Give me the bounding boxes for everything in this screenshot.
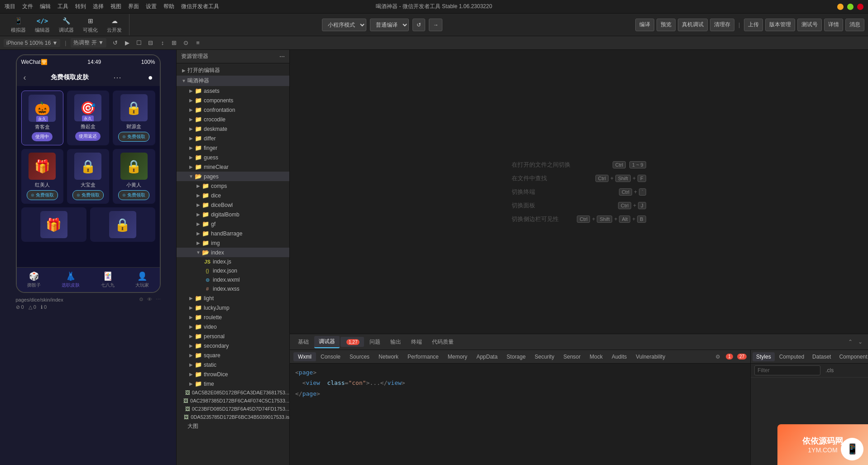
details-btn[interactable]: 详情 — [824, 19, 843, 31]
tree-item-dice[interactable]: ▶ 📁 dice — [177, 191, 289, 200]
skin-item-5[interactable]: 🔒 大宝盒 ⊙ 免费领取 — [67, 149, 109, 204]
inner-tab-storage[interactable]: Storage — [502, 352, 530, 361]
mode-select[interactable]: 小程序模式 — [322, 19, 366, 31]
tree-item-index-wxml[interactable]: ⊜ index.wxml — [177, 275, 289, 284]
inner-tab-security[interactable]: Security — [530, 352, 559, 361]
tree-item-crocodile[interactable]: ▶ 📁 crocodile — [177, 115, 289, 124]
inner-tab-wxml[interactable]: Wxml — [293, 352, 316, 361]
inner-tab-console[interactable]: Console — [316, 352, 345, 361]
skin-item-3[interactable]: 🔒 财源盒 ⊙ 免费领取 — [113, 91, 155, 145]
skin-item-8[interactable]: 🔒 — [90, 207, 155, 242]
visualize-btn[interactable]: ⊞ 可视化 — [79, 14, 101, 35]
tree-item-personal[interactable]: ▶ 📁 personal — [177, 331, 289, 341]
inner-tab-performance[interactable]: Performance — [403, 352, 443, 361]
scene-selector[interactable]: 热调整 开 ▼ — [71, 38, 106, 48]
tree-item-dicebowl[interactable]: ▶ 📁 diceBowl — [177, 200, 289, 210]
menu-icon[interactable]: ≡ — [193, 38, 202, 48]
device-selector[interactable]: iPhone 5 100% 16 ▼ — [4, 39, 60, 47]
tree-item-roulette[interactable]: ▶ 📁 roulette — [177, 312, 289, 322]
window-close[interactable] — [857, 4, 863, 10]
tab-debugger[interactable]: 调试器 — [314, 336, 340, 348]
skin-item-6[interactable]: 🔒 小黄人 ⊙ 免费领取 — [113, 149, 155, 204]
skin-item-1[interactable]: 🎃 永久 青客盒 使用中 — [21, 91, 63, 145]
tree-item-bigimage[interactable]: 大图 — [177, 421, 289, 431]
tree-item-img-2[interactable]: 🖼 0AC2987385D172BF6CA4F074C5C17533... — [177, 397, 289, 405]
tree-item-light[interactable]: ▶ 📁 light — [177, 293, 289, 303]
skin-btn-2[interactable]: 使用返还 — [75, 132, 101, 141]
section-open-editors[interactable]: ▶ 打开的编辑器 — [177, 65, 289, 76]
file-tree-more-icon[interactable]: ⋯ — [279, 53, 285, 60]
tree-item-components[interactable]: ▶ 📁 components — [177, 96, 289, 105]
style-tab-component-data[interactable]: Component Data — [835, 352, 868, 361]
settings-icon[interactable]: ⚙ — [714, 353, 722, 361]
tree-item-square[interactable]: ▶ 📁 square — [177, 350, 289, 360]
style-tab-dataset[interactable]: Dataset — [809, 352, 834, 361]
section-root[interactable]: ▼ 喝酒神器 — [177, 76, 289, 86]
inner-tab-memory[interactable]: Memory — [443, 352, 472, 361]
tree-item-index[interactable]: ▼ 📂 index — [177, 248, 289, 257]
tree-item-gf[interactable]: ▶ 📁 gf — [177, 219, 289, 229]
messages-btn[interactable]: 消息 — [845, 19, 864, 31]
options-icon[interactable]: ⋯ — [113, 72, 121, 82]
skin-item-4[interactable]: 🎁 红美人 ⊙ 免费领取 — [21, 149, 63, 204]
menu-item-interface[interactable]: 界面 — [128, 3, 139, 10]
style-tab-computed[interactable]: Computed — [776, 352, 808, 361]
tree-item-handbarrage[interactable]: ▶ 📁 handBarrage — [177, 229, 289, 238]
inner-tab-vulnerability[interactable]: Vulnerability — [631, 352, 670, 361]
devtools-collapse-icon[interactable]: ⌃ — [846, 338, 854, 346]
tree-item-comps[interactable]: ▶ 📁 comps — [177, 181, 289, 191]
test-num-btn[interactable]: 测试号 — [797, 19, 822, 31]
reload-icon[interactable]: ↺ — [111, 38, 120, 48]
orientation-icon[interactable]: ↕ — [158, 38, 167, 48]
inner-tab-network[interactable]: Network — [374, 352, 403, 361]
styles-filter-input[interactable] — [754, 365, 820, 375]
skin-btn-1[interactable]: 使用中 — [32, 132, 53, 141]
skin-item-7[interactable]: 🎁 — [21, 207, 86, 242]
skin-btn-6[interactable]: ⊙ 免费领取 — [118, 190, 149, 200]
devtools-expand-icon[interactable]: ⌄ — [856, 338, 864, 346]
menu-item-goto[interactable]: 转到 — [75, 3, 86, 10]
menu-bar[interactable]: 项目 文件 编辑 工具 转到 选择 视图 界面 设置 帮助 微信开发者工具 — [5, 3, 219, 10]
inner-tab-appdata[interactable]: AppData — [472, 352, 502, 361]
tab-terminal[interactable]: 终端 — [407, 336, 427, 348]
tree-item-throwdice[interactable]: ▶ 📁 throwDice — [177, 369, 289, 379]
tree-item-index-json[interactable]: {} index.json — [177, 266, 289, 275]
menu-item-edit[interactable]: 编辑 — [40, 3, 51, 10]
skin-btn-3[interactable]: ⊙ 免费领取 — [118, 132, 149, 142]
play-icon[interactable]: ▶ — [123, 38, 132, 48]
tab-basic[interactable]: 基础 — [293, 336, 313, 348]
skin-item-2[interactable]: 🎯 永久 撸起盒 使用返还 — [67, 91, 109, 145]
tree-item-static[interactable]: ▶ 📁 static — [177, 360, 289, 369]
screenshot-icon[interactable]: ⊟ — [146, 38, 155, 48]
inner-tab-sources[interactable]: Sources — [345, 352, 374, 361]
tree-item-index-js[interactable]: JS index.js — [177, 257, 289, 266]
cloud-btn[interactable]: ☁ 云开发 — [103, 14, 125, 35]
back-icon[interactable]: ‹ — [24, 73, 26, 82]
simulator-btn[interactable]: 📱 模拟器 — [7, 14, 29, 35]
window-maximize[interactable] — [847, 4, 854, 10]
tab-output[interactable]: 输出 — [386, 336, 406, 348]
breadcrumb-eye-icon[interactable]: 👁 — [147, 297, 152, 302]
inner-tab-audits[interactable]: Audits — [607, 352, 631, 361]
compile-btn[interactable]: 编译 — [635, 19, 654, 31]
nav-item-789[interactable]: 🃏 七八九 — [101, 271, 115, 288]
upload-btn[interactable]: 上传 — [744, 19, 763, 31]
device-frame-icon[interactable]: ☐ — [134, 38, 144, 48]
nav-item-skin[interactable]: 👗 选职皮肤 — [62, 271, 80, 288]
tree-item-time[interactable]: ▶ 📁 time — [177, 379, 289, 388]
grid-icon[interactable]: ⊞ — [170, 38, 179, 48]
tree-item-deskmate[interactable]: ▶ 📁 deskmate — [177, 124, 289, 134]
file-tree-body[interactable]: ▶ 打开的编辑器 ▼ 喝酒神器 ▶ 📁 assets ▶ 📁 compo — [177, 63, 289, 465]
tree-item-guess[interactable]: ▶ 📁 guess — [177, 153, 289, 162]
clean-cache-btn[interactable]: 清理存 — [710, 19, 734, 31]
window-controls[interactable] — [837, 4, 863, 10]
compile-select[interactable]: 普通编译 — [370, 19, 409, 31]
tree-item-img-1[interactable]: 🖼 0AC5B2E085D172BF6CA3DAE73681753... — [177, 388, 289, 397]
tree-item-mineclear[interactable]: ▶ 📁 mineClear — [177, 162, 289, 172]
tab-quality[interactable]: 代码质量 — [427, 336, 458, 348]
skin-btn-5[interactable]: ⊙ 免费领取 — [72, 190, 104, 200]
menu-item-help[interactable]: 帮助 — [163, 3, 174, 10]
nav-item-dice[interactable]: 🎲 掷骰子 — [27, 271, 41, 288]
window-minimize[interactable] — [837, 4, 844, 10]
target-icon[interactable]: ⊙ — [182, 38, 191, 48]
